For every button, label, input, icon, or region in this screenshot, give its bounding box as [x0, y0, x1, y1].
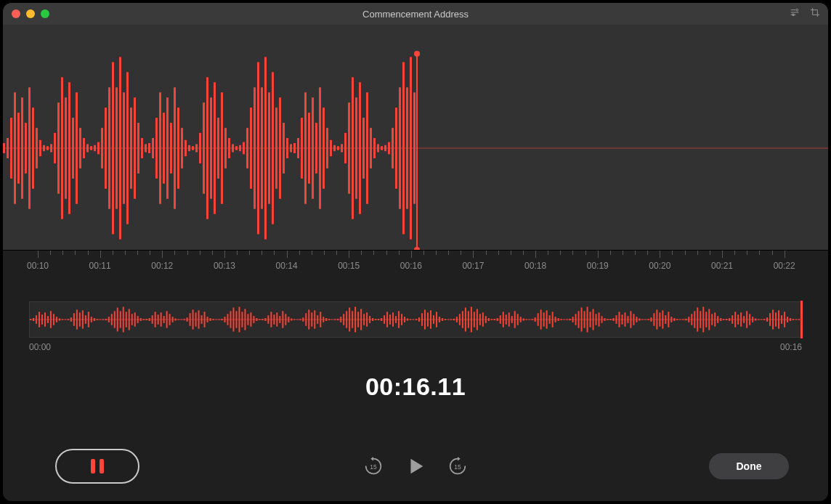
svg-rect-250 [413, 320, 414, 320]
svg-rect-92 [326, 128, 328, 168]
svg-rect-298 [552, 312, 554, 327]
svg-text:15: 15 [454, 463, 461, 471]
svg-rect-208 [291, 318, 292, 320]
done-button[interactable]: Done [709, 453, 789, 479]
svg-rect-360 [731, 315, 733, 324]
svg-rect-304 [569, 319, 571, 320]
play-button[interactable] [405, 455, 426, 477]
svg-rect-115 [410, 57, 412, 239]
skip-forward-15-button[interactable]: 15 [447, 455, 469, 477]
svg-rect-212 [302, 317, 304, 322]
waveform-main[interactable] [3, 25, 828, 250]
svg-rect-165 [166, 311, 168, 328]
svg-rect-285 [514, 311, 516, 328]
ruler-label: 00:10 [27, 261, 49, 271]
time-ruler[interactable]: 00:1000:1100:1200:1300:1400:1500:1600:17… [3, 250, 828, 284]
svg-rect-222 [331, 320, 333, 320]
close-window-button[interactable] [12, 9, 20, 18]
svg-rect-171 [184, 319, 185, 320]
svg-rect-172 [187, 317, 188, 322]
svg-rect-330 [644, 320, 646, 320]
svg-rect-168 [175, 318, 177, 320]
svg-rect-141 [97, 319, 98, 320]
settings-icon[interactable] [789, 7, 800, 21]
svg-rect-194 [250, 312, 251, 326]
skip-back-15-button[interactable]: 15 [362, 455, 384, 477]
svg-rect-210 [296, 320, 298, 320]
svg-rect-9 [25, 123, 27, 174]
svg-rect-196 [256, 318, 257, 321]
svg-rect-291 [532, 319, 533, 320]
svg-rect-107 [381, 146, 383, 150]
svg-rect-120 [36, 315, 37, 324]
svg-rect-75 [264, 57, 267, 239]
svg-rect-302 [564, 320, 565, 320]
svg-rect-268 [465, 307, 466, 331]
voice-memos-window: Commencement Address 00:1000:1100:1200:1… [3, 3, 828, 501]
svg-rect-354 [714, 312, 716, 326]
pause-record-button[interactable] [55, 449, 139, 484]
svg-rect-109 [388, 142, 390, 155]
svg-rect-275 [485, 316, 487, 323]
svg-rect-32 [108, 87, 110, 208]
svg-rect-79 [279, 97, 281, 199]
svg-rect-13 [39, 140, 41, 156]
svg-rect-190 [238, 307, 240, 333]
svg-rect-98 [348, 102, 350, 194]
ruler-label: 00:12 [151, 261, 173, 271]
svg-rect-341 [676, 319, 678, 320]
svg-rect-132 [70, 317, 72, 322]
svg-rect-65 [228, 138, 230, 158]
window-traffic-lights [3, 9, 49, 18]
svg-rect-318 [609, 319, 611, 320]
svg-rect-361 [734, 312, 736, 327]
svg-rect-68 [239, 145, 241, 151]
svg-rect-257 [433, 315, 434, 324]
svg-rect-69 [243, 142, 245, 155]
svg-rect-267 [462, 311, 463, 328]
svg-rect-343 [682, 319, 684, 320]
svg-rect-42 [145, 144, 147, 152]
svg-rect-324 [627, 316, 628, 323]
svg-rect-225 [340, 317, 341, 322]
svg-rect-240 [384, 315, 385, 324]
crop-icon[interactable] [809, 7, 821, 21]
svg-rect-325 [630, 311, 631, 328]
svg-rect-73 [257, 62, 259, 234]
svg-rect-167 [172, 317, 174, 322]
svg-rect-266 [459, 314, 461, 325]
svg-text:15: 15 [370, 463, 377, 471]
svg-rect-239 [381, 318, 382, 321]
svg-rect-15 [46, 146, 49, 150]
svg-rect-61 [214, 82, 216, 214]
svg-rect-155 [137, 316, 139, 323]
svg-rect-333 [653, 313, 654, 325]
svg-rect-43 [148, 143, 150, 153]
ruler-label: 00:13 [214, 261, 235, 271]
svg-point-0 [796, 9, 798, 11]
svg-rect-182 [216, 320, 217, 320]
svg-rect-113 [402, 62, 405, 234]
svg-rect-164 [163, 316, 165, 323]
svg-rect-144 [105, 319, 107, 320]
minimize-window-button[interactable] [26, 9, 35, 18]
svg-rect-366 [749, 314, 750, 325]
overview-playhead[interactable] [800, 301, 803, 338]
svg-rect-231 [357, 312, 359, 327]
svg-rect-10 [28, 87, 31, 208]
zoom-window-button[interactable] [41, 9, 49, 18]
svg-rect-97 [344, 133, 346, 163]
svg-rect-60 [210, 97, 212, 199]
svg-rect-64 [224, 128, 227, 168]
svg-rect-74 [261, 87, 263, 208]
svg-rect-296 [546, 310, 548, 328]
svg-rect-27 [90, 146, 92, 150]
svg-rect-56 [195, 144, 198, 152]
svg-rect-55 [192, 146, 194, 150]
svg-rect-219 [323, 317, 324, 322]
overview-waveform[interactable] [29, 301, 802, 338]
svg-rect-306 [575, 314, 577, 325]
svg-rect-320 [615, 315, 617, 324]
playhead[interactable] [416, 54, 418, 250]
svg-rect-161 [155, 312, 156, 327]
